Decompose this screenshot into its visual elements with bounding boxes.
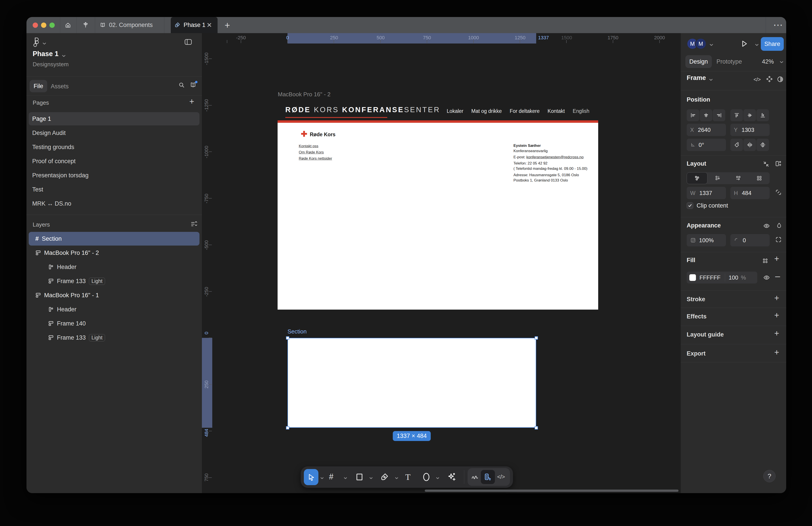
close-tab-icon[interactable]: ✕ bbox=[206, 21, 212, 29]
opacity-field[interactable]: 100% bbox=[687, 234, 726, 246]
layer-frame133[interactable]: Frame 133 Light bbox=[29, 331, 200, 344]
tab-phase1[interactable]: Phase 1 ✕ bbox=[171, 17, 218, 33]
resize-handle-ne[interactable] bbox=[535, 336, 538, 340]
styles-icon[interactable] bbox=[762, 257, 769, 265]
fill-opacity-value[interactable]: 100 bbox=[729, 274, 738, 281]
align-right-button[interactable] bbox=[713, 109, 725, 121]
page-item[interactable]: Presentasjon torsdag bbox=[29, 169, 200, 182]
rectangle-tool-button[interactable] bbox=[355, 472, 364, 482]
move-tool-button[interactable] bbox=[304, 469, 318, 485]
page-item[interactable]: Test bbox=[29, 183, 200, 196]
present-options-chevron[interactable] bbox=[755, 43, 758, 47]
layer-section[interactable]: # Section bbox=[29, 232, 200, 245]
add-stroke-button[interactable]: + bbox=[774, 294, 779, 302]
flip-horizontal-button[interactable] bbox=[743, 139, 756, 151]
tab-prototype[interactable]: Prototype bbox=[716, 58, 742, 65]
avatar[interactable]: M bbox=[695, 38, 707, 49]
rotate-button[interactable] bbox=[730, 139, 743, 151]
align-v-center-button[interactable] bbox=[743, 109, 756, 121]
align-top-button[interactable] bbox=[730, 109, 743, 121]
site-wordmark[interactable]: RØDE KORS KONFERANSESENTER bbox=[285, 105, 440, 114]
ellipse-tool-button[interactable] bbox=[422, 472, 431, 483]
fill-swatch[interactable] bbox=[689, 274, 696, 281]
zoom-chevron[interactable] bbox=[780, 60, 783, 64]
search-icon[interactable] bbox=[178, 82, 185, 89]
fill-hex-value[interactable]: FFFFFF bbox=[699, 274, 721, 281]
align-left-button[interactable] bbox=[687, 109, 699, 121]
layer-frame[interactable]: MacBook Pro 16" - 1 bbox=[29, 288, 200, 302]
tab-assets[interactable]: Assets bbox=[51, 83, 69, 90]
clip-content-label[interactable]: Clip content bbox=[697, 202, 728, 209]
layout-grid-segment[interactable] bbox=[749, 172, 770, 184]
rotation-field[interactable]: 0° bbox=[687, 139, 726, 151]
flip-vertical-button[interactable] bbox=[756, 139, 769, 151]
pen-tool-button[interactable] bbox=[380, 472, 389, 482]
frame-tool-chevron[interactable] bbox=[344, 476, 347, 480]
align-h-center-button[interactable] bbox=[700, 109, 712, 121]
layer-frame140[interactable]: Frame 140 bbox=[29, 317, 200, 330]
shape-tool-chevron[interactable] bbox=[369, 476, 373, 480]
site-body[interactable]: Røde Kors Kontakt oss Om Røde Kors Røde … bbox=[278, 123, 598, 310]
nav-link[interactable]: Lokaler bbox=[447, 108, 463, 114]
width-field[interactable]: W 1337 bbox=[687, 187, 726, 199]
layout-freeform-segment[interactable] bbox=[687, 172, 707, 184]
layer-header-instance[interactable]: Header bbox=[29, 302, 200, 316]
resize-handle-sw[interactable] bbox=[286, 426, 289, 429]
move-tool-chevron[interactable] bbox=[321, 476, 323, 480]
more-menu-button[interactable]: ⋯ bbox=[773, 19, 783, 30]
page-item[interactable]: Page 1 bbox=[29, 112, 200, 125]
tab-design[interactable]: Design bbox=[685, 55, 712, 68]
minimize-window-button[interactable] bbox=[41, 23, 46, 28]
resize-handle-nw[interactable] bbox=[286, 336, 289, 340]
layer-header-instance[interactable]: Header bbox=[29, 260, 200, 274]
tab-components[interactable]: 02. Components bbox=[95, 17, 164, 33]
blur-drop-icon[interactable] bbox=[776, 222, 782, 230]
clip-content-checkbox[interactable] bbox=[687, 202, 693, 209]
horizontal-scrollbar[interactable] bbox=[425, 489, 679, 492]
dev-mode-code-button[interactable]: </> bbox=[497, 473, 505, 480]
layout-horizontal-segment[interactable] bbox=[728, 172, 749, 184]
layers-options-icon[interactable] bbox=[191, 221, 197, 228]
help-button[interactable]: ? bbox=[763, 470, 775, 482]
resize-handle-se[interactable] bbox=[535, 426, 538, 429]
y-position-field[interactable]: Y 1303 bbox=[730, 124, 770, 136]
fill-color-row[interactable]: FFFFFF 100 % bbox=[687, 272, 757, 284]
add-fill-button[interactable]: + bbox=[774, 254, 779, 263]
nav-link[interactable]: For deltakere bbox=[510, 108, 540, 114]
close-window-button[interactable] bbox=[33, 23, 38, 28]
project-name[interactable]: Designsystem bbox=[33, 61, 69, 68]
nav-link[interactable]: Kontakt bbox=[548, 108, 565, 114]
theme-toggle-icon[interactable] bbox=[777, 76, 784, 84]
dev-mode-icon[interactable]: </> bbox=[754, 76, 760, 83]
community-icon[interactable] bbox=[83, 22, 89, 29]
align-bottom-button[interactable] bbox=[756, 109, 769, 121]
height-field[interactable]: H 484 bbox=[730, 187, 770, 199]
tab-file[interactable]: File bbox=[30, 80, 47, 92]
add-layout-guide-button[interactable]: + bbox=[774, 329, 779, 338]
eye-icon[interactable] bbox=[763, 223, 770, 230]
draw-tool-button[interactable] bbox=[470, 472, 479, 482]
site-link[interactable]: Røde Kors nettsider bbox=[299, 155, 332, 162]
frame-title[interactable]: MacBook Pro 16" - 2 bbox=[278, 91, 331, 98]
collaborators-chevron[interactable] bbox=[710, 43, 713, 47]
share-button[interactable]: Share bbox=[761, 37, 784, 51]
page-item[interactable]: Design Audit bbox=[29, 126, 200, 140]
remove-fill-button[interactable]: – bbox=[775, 271, 780, 281]
corner-radius-field[interactable]: 0 bbox=[730, 234, 770, 246]
figma-logo-icon[interactable] bbox=[33, 37, 39, 48]
add-export-button[interactable]: + bbox=[774, 348, 779, 356]
home-button[interactable] bbox=[65, 22, 71, 29]
shrink-to-fit-icon[interactable] bbox=[763, 161, 769, 168]
selection-label[interactable]: Section bbox=[288, 328, 307, 335]
layer-frame[interactable]: MacBook Pro 16" - 2 bbox=[29, 246, 200, 260]
selected-section-frame[interactable] bbox=[288, 338, 536, 428]
file-name[interactable]: Phase 1 bbox=[33, 50, 58, 58]
page-item[interactable]: Proof of concept bbox=[29, 155, 200, 168]
independent-corners-icon[interactable] bbox=[775, 236, 782, 244]
canvas[interactable]: -250 0 250 500 750 1000 1250 1337 1500 1… bbox=[202, 33, 681, 493]
fill-visibility-eye-icon[interactable] bbox=[763, 274, 770, 282]
page-item[interactable]: Testing grounds bbox=[29, 140, 200, 154]
contact-email-link[interactable]: konferansetjenesten@redcross.no bbox=[526, 155, 584, 159]
add-page-button[interactable]: + bbox=[189, 97, 194, 105]
zoom-window-button[interactable] bbox=[49, 23, 55, 28]
